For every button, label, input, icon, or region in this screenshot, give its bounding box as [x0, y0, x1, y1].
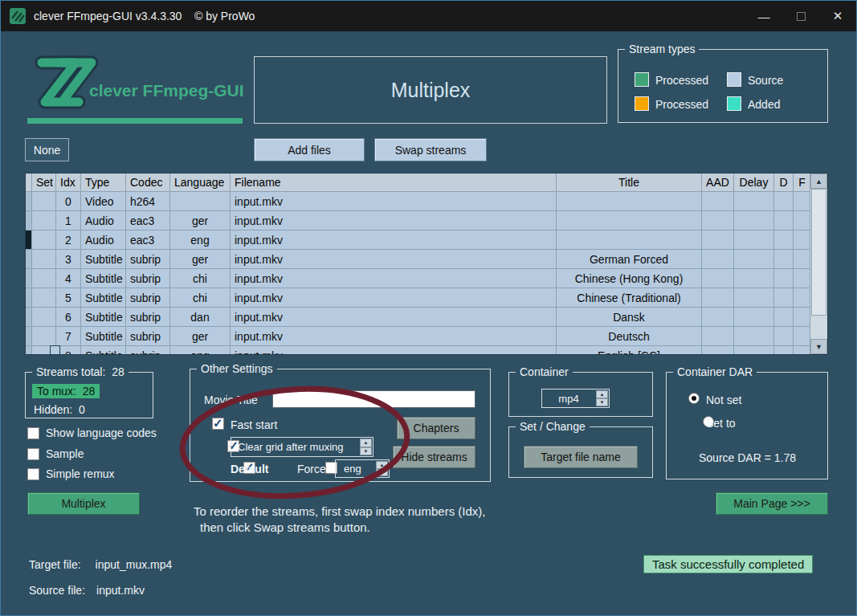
table-row[interactable]: 6Subtitlesubripdaninput.mkvDansk	[26, 308, 827, 327]
table-row[interactable]: 8Subtitlesubripenginput.mkvEnglish [CC]	[26, 346, 827, 355]
cell-set	[32, 269, 56, 288]
maximize-button[interactable]	[782, 1, 819, 31]
spin-up-icon[interactable]: ▲	[360, 439, 372, 447]
cell-type: Subtitle	[81, 269, 126, 288]
container-group: Container mp4 ▲ ▼	[508, 372, 653, 417]
cell-codec: subrip	[126, 269, 170, 288]
container-label: Container	[516, 365, 573, 378]
table-row[interactable]: 7Subtitlesubripgerinput.mkvDeutsch	[26, 327, 827, 346]
cell-idx: 0	[56, 192, 81, 211]
checkbox-box[interactable]	[27, 468, 39, 480]
cell-idx: 1	[56, 211, 81, 230]
record-selector[interactable]	[26, 288, 32, 308]
spin-down-icon[interactable]: ▼	[360, 447, 372, 456]
container-dar-label: Container DAR	[673, 365, 757, 378]
cell-delay	[734, 250, 774, 269]
not-set-radio[interactable]	[688, 393, 700, 404]
column-header-aad[interactable]: AAD	[702, 173, 734, 192]
cell-f	[794, 288, 811, 308]
page-title: Multiplex	[391, 79, 471, 102]
sample-checkbox[interactable]: Sample	[27, 447, 84, 460]
table-row[interactable]: 1Audioeac3gerinput.mkv	[26, 211, 827, 230]
column-header-codec[interactable]: Codec	[126, 173, 170, 192]
table-row[interactable]: 0Videoh264input.mkv	[26, 192, 827, 211]
spin-up-icon[interactable]: ▲	[376, 461, 388, 469]
table-row[interactable]: 3Subtitlesubripgerinput.mkvGerman Forced	[26, 250, 827, 269]
record-selector[interactable]	[26, 346, 32, 355]
scroll-up-icon[interactable]: ▲	[810, 173, 827, 189]
cell-filename: input.mkv	[231, 269, 557, 288]
column-header-idx[interactable]: Idx	[56, 173, 81, 192]
spin-up-icon[interactable]: ▲	[596, 390, 608, 398]
other-settings-label: Other Settings	[197, 362, 277, 375]
container-spinner[interactable]: mp4 ▲ ▼	[541, 389, 610, 408]
column-header-f[interactable]: F	[794, 173, 811, 192]
cell-d	[774, 269, 794, 288]
table-row[interactable]: 2Audioeac3enginput.mkv	[26, 230, 827, 250]
legend-label: Source	[748, 74, 783, 87]
checkbox-label: Sample	[46, 447, 84, 460]
cell-language	[170, 192, 231, 211]
cell-filename: input.mkv	[231, 308, 557, 327]
table-scrollbar[interactable]: ▲ ▼	[810, 173, 827, 354]
not-set-label: Not set	[706, 394, 741, 406]
multiplex-button[interactable]: Multiplex	[27, 492, 140, 515]
cell-codec: subrip	[126, 327, 170, 346]
scrollbar-thumb[interactable]	[811, 189, 826, 316]
cell-title: Chinese (Hong Kong)	[557, 269, 702, 288]
scroll-down-icon[interactable]: ▼	[810, 339, 827, 354]
checkbox-box[interactable]	[27, 448, 39, 460]
column-header-delay[interactable]: Delay	[734, 173, 774, 192]
close-button[interactable]: ✕	[819, 1, 856, 31]
record-selector[interactable]	[26, 211, 32, 230]
cell-aad	[702, 211, 734, 230]
cell-title	[557, 230, 702, 250]
column-header-type[interactable]: Type	[81, 173, 126, 192]
simple-remux-checkbox[interactable]: Simple remux	[27, 467, 115, 480]
cell-filename: input.mkv	[231, 346, 557, 355]
column-header-language[interactable]: Language	[170, 173, 231, 192]
column-header-set[interactable]: Set	[32, 173, 56, 192]
cell-language: chi	[170, 288, 231, 308]
table-row[interactable]: 5Subtitlesubripchiinput.mkvChinese (Trad…	[26, 288, 827, 308]
record-selector[interactable]	[26, 308, 32, 327]
record-selector[interactable]	[26, 269, 32, 288]
cell-title	[557, 211, 702, 230]
spin-down-icon[interactable]: ▼	[376, 469, 388, 477]
scrollbar-track[interactable]	[810, 316, 827, 339]
record-selector[interactable]	[26, 192, 32, 211]
minimize-button[interactable]: —	[745, 1, 782, 31]
cell-codec: subrip	[126, 288, 170, 308]
logo-underline	[27, 118, 243, 124]
hide-streams-button[interactable]: Hide streams	[393, 446, 475, 468]
cell-idx: 5	[56, 288, 81, 308]
main-page-button[interactable]: Main Page >>>	[716, 492, 828, 515]
target-file-name-button[interactable]: Target file name	[524, 446, 638, 468]
checkbox-box[interactable]	[27, 427, 39, 439]
swap-streams-button[interactable]: Swap streams	[374, 138, 487, 161]
movie-title-input[interactable]	[272, 390, 475, 408]
cell-f	[794, 327, 811, 346]
language-spinner[interactable]: eng ▲ ▼	[335, 459, 390, 478]
record-selector[interactable]	[26, 327, 32, 346]
cell-codec: subrip	[126, 346, 170, 355]
current-row-marker[interactable]	[26, 230, 32, 250]
spin-down-icon[interactable]: ▼	[596, 398, 608, 406]
column-header-d[interactable]: D	[774, 173, 794, 192]
stream-types-label: Stream types	[625, 43, 699, 55]
chapters-button[interactable]: Chapters	[397, 417, 475, 439]
clear-grid-spinner[interactable]: Clear grid after muxing ▲ ▼	[231, 437, 373, 457]
table-row[interactable]: 4Subtitlesubripchiinput.mkvChinese (Hong…	[26, 269, 827, 288]
fast-start-label: Fast start	[231, 418, 277, 431]
hidden-count: Hidden: 0	[34, 403, 85, 416]
cell-d	[774, 308, 794, 327]
record-selector[interactable]	[26, 250, 32, 269]
add-files-button[interactable]: Add files	[254, 138, 365, 161]
other-settings-group: Other Settings Movie Title Fast start Ch…	[190, 369, 491, 482]
column-header-filename[interactable]: Filename	[231, 173, 557, 192]
none-button[interactable]: None	[25, 138, 69, 161]
show-language-codes-checkbox[interactable]: Show language codes	[27, 426, 157, 439]
table-header-row: SetIdxTypeCodecLanguageFilenameTitleAADD…	[26, 173, 827, 192]
column-header-title[interactable]: Title	[557, 173, 702, 192]
fast-start-checkbox[interactable]	[212, 418, 224, 430]
